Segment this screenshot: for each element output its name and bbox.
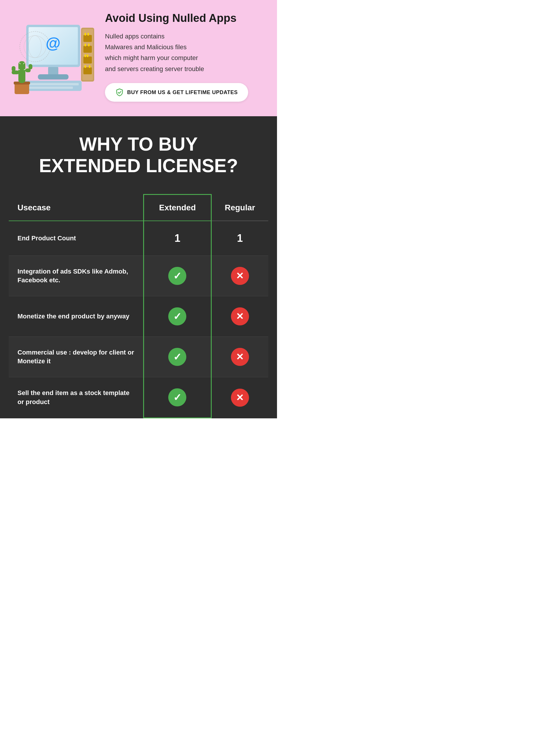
svg-rect-21 <box>85 65 86 68</box>
table-header-row: Usecase Extended Regular <box>9 195 268 221</box>
computer-illustration: @ <box>9 13 96 101</box>
usecase-cell: Monetize the end product by anyway <box>9 296 144 337</box>
table-row: Sell the end item as a stock template or… <box>9 377 268 418</box>
svg-rect-12 <box>84 46 92 53</box>
svg-rect-7 <box>28 86 73 89</box>
count-extended: 1 <box>174 232 180 244</box>
regular-cell: 1 <box>211 221 268 256</box>
svg-text:@: @ <box>46 35 61 51</box>
check-icon: ✓ <box>168 348 186 366</box>
svg-rect-19 <box>85 55 86 57</box>
usecase-cell: Commercial use : develop for client or M… <box>9 337 144 377</box>
svg-rect-11 <box>84 35 92 42</box>
license-title: WHY TO BUY EXTENDED LICENSE? <box>9 134 268 177</box>
extended-cell: ✓ <box>144 337 211 377</box>
comparison-table: Usecase Extended Regular End Product Cou… <box>9 194 268 418</box>
banner-description: Nulled apps contains Malwares and Malici… <box>105 31 263 75</box>
svg-rect-20 <box>87 55 88 57</box>
regular-cell: ✕ <box>211 256 268 296</box>
cta-label: BUY FROM US & GET LIFETIME UPDATES <box>127 89 238 96</box>
svg-rect-14 <box>84 67 92 74</box>
check-icon: ✓ <box>168 267 186 285</box>
extended-cell: ✓ <box>144 256 211 296</box>
svg-rect-28 <box>18 61 25 83</box>
usecase-cell: End Product Count <box>9 221 144 256</box>
shield-icon <box>115 88 124 97</box>
svg-rect-17 <box>85 44 86 46</box>
svg-rect-6 <box>28 83 79 85</box>
col-header-usecase: Usecase <box>9 195 144 221</box>
license-section: WHY TO BUY EXTENDED LICENSE? Usecase Ext… <box>0 116 277 418</box>
banner-text-area: Avoid Using Nulled Apps Nulled apps cont… <box>105 12 263 102</box>
svg-rect-18 <box>88 44 90 46</box>
svg-rect-3 <box>48 67 58 75</box>
cross-icon: ✕ <box>231 267 249 285</box>
extended-cell: 1 <box>144 221 211 256</box>
cta-button[interactable]: BUY FROM US & GET LIFETIME UPDATES <box>105 83 248 102</box>
svg-rect-26 <box>14 83 29 94</box>
svg-rect-32 <box>12 66 15 71</box>
cross-icon: ✕ <box>231 307 249 325</box>
svg-rect-15 <box>85 33 86 36</box>
check-icon: ✓ <box>168 307 186 325</box>
svg-rect-5 <box>25 81 81 91</box>
cross-icon: ✕ <box>231 389 249 407</box>
table-row: End Product Count11 <box>9 221 268 256</box>
banner-title: Avoid Using Nulled Apps <box>105 12 263 25</box>
regular-cell: ✕ <box>211 296 268 337</box>
banner-illustration: @ <box>9 13 96 101</box>
banner-section: @ <box>0 0 277 116</box>
table-row: Monetize the end product by anyway✓✕ <box>9 296 268 337</box>
col-header-extended: Extended <box>144 195 211 221</box>
usecase-cell: Sell the end item as a stock template or… <box>9 377 144 418</box>
regular-cell: ✕ <box>211 337 268 377</box>
svg-rect-22 <box>89 65 91 68</box>
check-icon: ✓ <box>168 388 186 406</box>
cross-icon: ✕ <box>231 348 249 366</box>
extended-cell: ✓ <box>144 296 211 337</box>
extended-cell: ✓ <box>144 377 211 418</box>
usecase-cell: Integration of ads SDKs like Admob, Face… <box>9 256 144 296</box>
svg-rect-16 <box>88 33 89 36</box>
col-header-regular: Regular <box>211 195 268 221</box>
table-row: Integration of ads SDKs like Admob, Face… <box>9 256 268 296</box>
regular-cell: ✕ <box>211 377 268 418</box>
count-regular: 1 <box>237 232 243 244</box>
svg-rect-13 <box>84 57 92 64</box>
svg-rect-4 <box>38 74 68 79</box>
table-row: Commercial use : develop for client or M… <box>9 337 268 377</box>
svg-rect-30 <box>29 64 33 69</box>
